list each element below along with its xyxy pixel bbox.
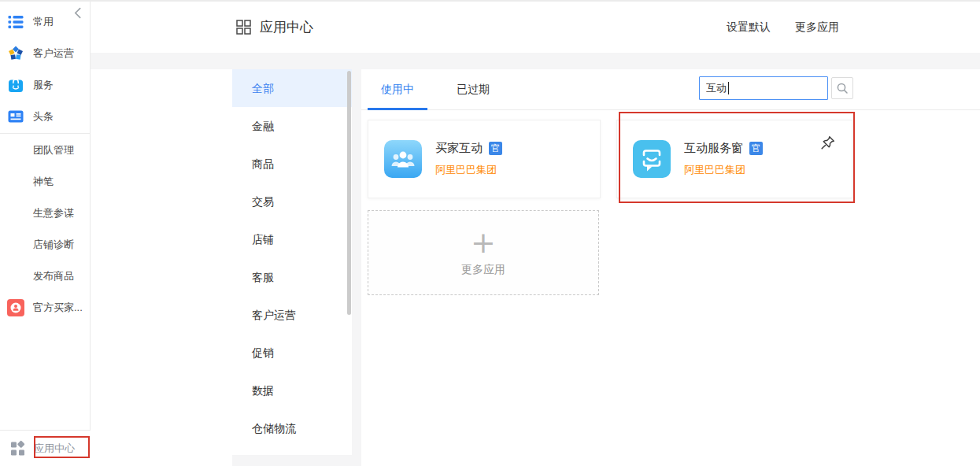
search-icon — [836, 82, 849, 94]
top-divider — [0, 0, 980, 2]
sidebar-item-dianpuzhenduan[interactable]: 店铺诊断 — [0, 229, 90, 261]
tab-expired[interactable]: 已过期 — [443, 69, 503, 110]
category-panel: 全部 金融 商品 交易 店铺 客服 客户运营 促销 数据 仓储物流 — [232, 69, 352, 455]
app-info: 买家互动 官 阿里巴巴集团 — [435, 141, 502, 177]
official-badge: 官 — [489, 142, 502, 155]
text-caret — [728, 82, 729, 94]
list-icon — [7, 13, 24, 31]
sidebar-item-label: 服务 — [33, 78, 54, 92]
sidebar-item-label: 客户运营 — [33, 46, 74, 61]
main-left-gutter — [91, 69, 232, 466]
official-badge: 官 — [749, 142, 763, 155]
news-icon — [7, 108, 24, 125]
category-service[interactable]: 客服 — [232, 258, 352, 296]
sidebar-item-fabushangpin[interactable]: 发布商品 — [0, 261, 90, 292]
category-goods[interactable]: 商品 — [232, 145, 352, 183]
page-title: 应用中心 — [236, 18, 313, 36]
page-title-text: 应用中心 — [260, 18, 313, 36]
app-list-panel: 使用中 已过期 买家互动 官 阿里巴巴集团 互动服务窗 官 阿里巴巴集团 — [361, 69, 980, 466]
category-trade[interactable]: 交易 — [232, 183, 352, 220]
more-apps-button[interactable]: 更多应用 — [795, 20, 839, 35]
chevron-left-icon — [73, 7, 82, 19]
app-vendor-link[interactable]: 阿里巴巴集团 — [435, 163, 502, 177]
set-default-button[interactable]: 设置默认 — [727, 20, 771, 35]
sidebar-item-kehuyunying[interactable]: 客户运营 — [0, 38, 90, 69]
sidebar-item-label: 官方买家... — [33, 301, 83, 315]
sidebar-item-label: 常用 — [33, 15, 54, 29]
sidebar-item-guanfangmaijia[interactable]: 官方买家... — [0, 292, 90, 324]
search-button[interactable] — [831, 77, 853, 99]
category-warehouse-logistics[interactable]: 仓储物流 — [232, 409, 352, 447]
app-card-buyer-interaction[interactable]: 买家互动 官 阿里巴巴集团 — [368, 120, 601, 198]
app-sidebar: 常用 客户运营 服务 头条 团队管理 神笔 生意参谋 — [0, 0, 91, 466]
tab-in-use[interactable]: 使用中 — [368, 69, 427, 110]
buyer-icon — [7, 299, 24, 316]
category-scrollbar[interactable] — [347, 71, 351, 315]
category-shop[interactable]: 店铺 — [232, 220, 352, 258]
sidebar-item-app-center[interactable]: 应用中心 — [0, 430, 91, 466]
tab-bar: 使用中 已过期 — [361, 69, 980, 110]
app-card-interactive-service-window[interactable]: 互动服务窗 官 阿里巴巴集团 — [616, 120, 852, 198]
sidebar-divider — [0, 133, 90, 134]
sidebar-item-tuanduiguanli[interactable]: 团队管理 — [0, 135, 90, 166]
sidebar-item-shenbi[interactable]: 神笔 — [0, 166, 90, 198]
category-customer-ops[interactable]: 客户运营 — [232, 296, 352, 334]
chat-window-app-icon — [633, 140, 671, 178]
category-finance[interactable]: 金融 — [232, 107, 352, 145]
sidebar-item-label: 发布商品 — [33, 269, 74, 283]
pin-app-button[interactable] — [819, 135, 836, 154]
sidebar-item-label: 神笔 — [33, 175, 54, 189]
header-actions: 设置默认 更多应用 — [727, 20, 839, 35]
bag-icon — [7, 76, 24, 94]
more-apps-label: 更多应用 — [461, 263, 505, 277]
category-promotion[interactable]: 促销 — [232, 334, 352, 372]
sidebar-item-shengyicanmou[interactable]: 生意参谋 — [0, 198, 90, 229]
app-vendor-link[interactable]: 阿里巴巴集团 — [684, 163, 763, 177]
more-apps-card[interactable]: + 更多应用 — [368, 210, 599, 295]
sidebar-item-fuwu[interactable]: 服务 — [0, 69, 90, 101]
sidebar-item-toutiao[interactable]: 头条 — [0, 101, 90, 132]
app-center-icon — [9, 440, 27, 457]
category-data[interactable]: 数据 — [232, 372, 352, 409]
app-name: 买家互动 — [435, 141, 483, 156]
sidebar-item-label: 团队管理 — [33, 143, 74, 157]
grid-icon — [236, 20, 251, 35]
buyers-group-app-icon — [384, 140, 422, 178]
search-input[interactable] — [699, 76, 828, 100]
pinwheel-icon — [7, 45, 24, 62]
plus-icon: + — [471, 228, 496, 257]
app-info: 互动服务窗 官 阿里巴巴集团 — [684, 141, 763, 177]
sidebar-item-label: 生意参谋 — [33, 206, 74, 220]
pushpin-icon — [819, 135, 836, 151]
sidebar-item-label: 店铺诊断 — [33, 238, 74, 252]
sidebar-item-label: 头条 — [33, 109, 54, 124]
sidebar-item-label: 应用中心 — [34, 442, 75, 456]
page-header: 应用中心 设置默认 更多应用 — [91, 0, 980, 53]
category-all[interactable]: 全部 — [232, 69, 352, 107]
collapse-sidebar-button[interactable] — [73, 7, 82, 22]
app-name: 互动服务窗 — [684, 141, 743, 156]
